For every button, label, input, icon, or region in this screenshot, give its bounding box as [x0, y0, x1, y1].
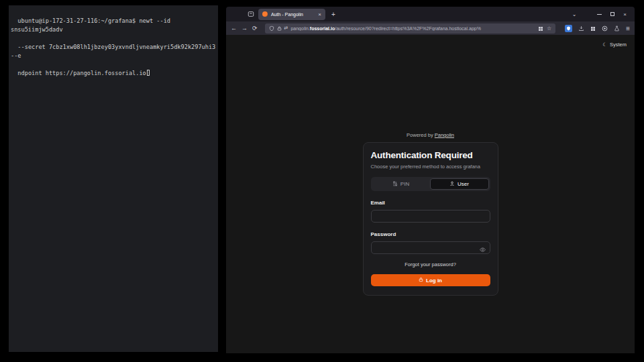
swap-arrows-icon[interactable]: ⇄ — [284, 25, 288, 31]
password-label: Password — [371, 231, 490, 237]
url-domain: fossorial.io — [310, 26, 335, 31]
tab-pin[interactable]: PIN — [372, 178, 430, 190]
tab-title: Auth - Pangolin — [271, 12, 303, 17]
tab-pin-label: PIN — [400, 181, 409, 187]
download-icon[interactable] — [578, 22, 584, 34]
navigation-bar: ← → ⟳ ⇄ pangolin.fossorial.io/auth/resou… — [226, 21, 635, 35]
card-title: Authentication Required — [371, 150, 490, 160]
auth-page: ☾ System Powered by Pangolin Authenticat… — [226, 35, 635, 353]
url-path: /auth/resource/90?redirect=https%3A%2F%2… — [335, 26, 481, 31]
url-text: pangolin.fossorial.io/auth/resource/90?r… — [290, 26, 535, 31]
pangolin-link[interactable]: Pangolin — [435, 132, 454, 138]
card-subtitle: Choose your preferred method to access g… — [371, 164, 490, 170]
window-maximize-button[interactable] — [610, 12, 614, 16]
bookmark-star-icon[interactable]: ☆ — [547, 25, 551, 32]
powered-by: Powered by Pangolin — [407, 132, 454, 138]
terminal-cursor — [147, 70, 150, 76]
privacy-extension-icon[interactable] — [602, 22, 608, 34]
user-icon — [449, 181, 455, 188]
show-password-eye-icon[interactable] — [480, 243, 486, 255]
email-field[interactable] — [371, 210, 490, 223]
email-label: Email — [371, 200, 490, 206]
tab-close-icon[interactable]: × — [318, 11, 321, 17]
login-button[interactable]: Log in — [371, 274, 490, 286]
https-lock-icon[interactable] — [277, 23, 282, 34]
extensions-grid-icon[interactable] — [590, 22, 596, 34]
terminal-line: ubuntu@ip-172-31-27-116:~/grafana$ newt … — [11, 17, 174, 33]
window-close-button[interactable]: × — [623, 11, 627, 17]
forgot-password-link[interactable]: Forgot your password? — [371, 261, 490, 267]
pin-keypad-icon — [392, 181, 398, 188]
url-subdomain: pangolin. — [290, 26, 309, 31]
browser-window: Auth - Pangolin × + ⌄ × ← → ⟳ ⇄ pangolin… — [226, 7, 635, 353]
theme-toggle[interactable]: ☾ System — [602, 42, 627, 48]
tab-user[interactable]: User — [430, 178, 489, 190]
auth-method-tabs: PIN User — [371, 177, 490, 191]
terminal-line: ndpoint https://pangolin.fossorial.io — [17, 70, 146, 76]
new-tab-button[interactable]: + — [328, 11, 339, 18]
tab-user-label: User — [458, 181, 469, 187]
powered-by-text: Powered by — [407, 132, 435, 138]
tracking-shield-icon[interactable] — [269, 23, 274, 34]
login-button-label: Log in — [426, 278, 442, 284]
terminal-line: --secret 7cbz1xw08lh1jbzey03yxvndljvneam… — [11, 44, 219, 59]
menu-icon[interactable]: ≡ — [626, 25, 630, 32]
toolbar-extension-icons: ≡ — [563, 22, 630, 34]
login-lock-icon — [419, 277, 423, 284]
reload-button[interactable]: ⟳ — [252, 25, 258, 32]
tab-auth-pangolin[interactable]: Auth - Pangolin × — [258, 9, 325, 20]
forward-button[interactable]: → — [241, 25, 248, 32]
terminal-window[interactable]: ubuntu@ip-172-31-27-116:~/grafana$ newt … — [9, 5, 218, 352]
moon-icon: ☾ — [602, 42, 607, 48]
url-bar[interactable]: ⇄ pangolin.fossorial.io/auth/resource/90… — [265, 23, 556, 34]
tab-list-chevron-icon[interactable]: ⌄ — [572, 11, 577, 17]
adblocker-extension-icon[interactable] — [565, 25, 572, 32]
window-minimize-button[interactable] — [597, 14, 602, 15]
tab-bar: Auth - Pangolin × + ⌄ × — [226, 7, 635, 21]
flask-extension-icon[interactable] — [614, 22, 620, 34]
firefox-view-icon[interactable] — [246, 9, 256, 19]
urlbar-end-icons: ☆ — [538, 23, 551, 34]
pangolin-favicon-icon — [262, 11, 268, 17]
back-button[interactable]: ← — [231, 25, 237, 32]
theme-label: System — [610, 42, 627, 48]
password-field[interactable] — [371, 241, 490, 254]
window-controls: ⌄ × — [572, 11, 631, 17]
auth-card: Authentication Required Choose your pref… — [363, 142, 498, 296]
grid-squares-icon[interactable] — [538, 23, 543, 34]
